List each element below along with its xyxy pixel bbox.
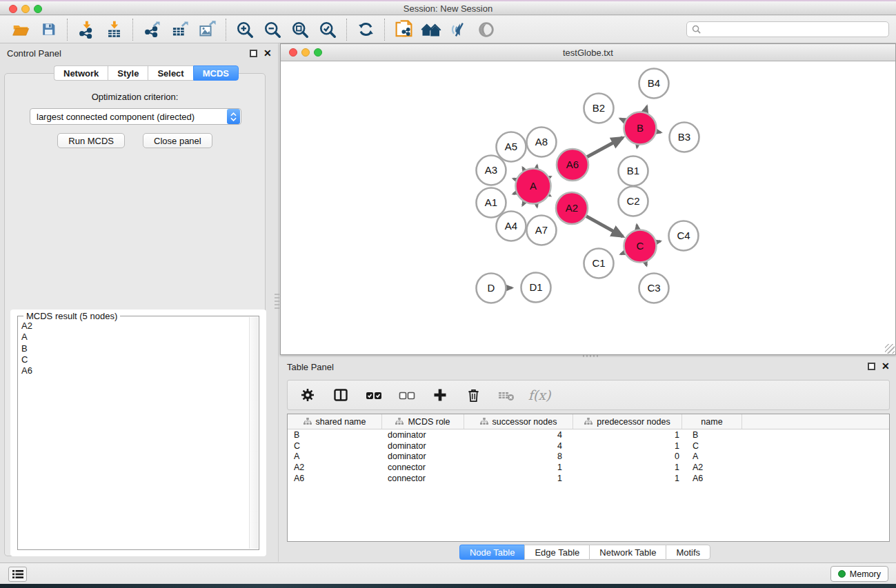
create-column-button[interactable] — [431, 386, 449, 404]
task-history-button[interactable] — [8, 567, 27, 582]
unselect-all-columns-button[interactable] — [398, 386, 416, 404]
search-input[interactable] — [701, 25, 888, 34]
graph-edge-A-A7[interactable] — [537, 204, 537, 207]
open-file-button[interactable] — [7, 17, 34, 42]
graph-edge-C-C3[interactable] — [646, 262, 647, 265]
table-cell[interactable]: 1 — [573, 463, 682, 472]
table-cell[interactable]: C — [288, 441, 382, 451]
table-cell[interactable]: 1 — [464, 463, 573, 472]
table-cell[interactable]: C — [682, 441, 742, 451]
table-cell[interactable]: 1 — [573, 441, 682, 451]
refresh-button[interactable] — [352, 17, 379, 42]
table-cell[interactable]: 4 — [464, 430, 573, 440]
column-header-shared-name[interactable]: shared name — [288, 414, 382, 429]
export-table-button[interactable] — [166, 17, 193, 42]
tab-select[interactable]: Select — [148, 65, 192, 81]
export-image-button[interactable] — [193, 17, 221, 42]
close-panel-button[interactable]: Close panel — [143, 133, 212, 148]
function-builder-button-disabled[interactable]: f(x) — [530, 386, 548, 404]
table-row[interactable]: Bdominator41B — [288, 429, 889, 440]
table-row[interactable]: Cdominator41C — [288, 440, 889, 452]
import-table-button[interactable] — [100, 17, 128, 42]
graph-edge-C-C4[interactable] — [657, 241, 661, 242]
column-header-name[interactable]: name — [682, 414, 742, 429]
show-column-panel-button[interactable] — [332, 386, 350, 404]
graph-edge-A-A1[interactable] — [513, 193, 516, 194]
table-cell[interactable]: 8 — [464, 452, 573, 461]
table-cell[interactable]: 1 — [573, 474, 682, 483]
table-cell[interactable]: dominator — [382, 441, 464, 451]
tab-mcds[interactable]: MCDS — [193, 65, 239, 81]
criterion-dropdown[interactable]: largest connected component (directed) — [30, 108, 241, 125]
tab-node-table[interactable]: Node Table — [459, 545, 525, 560]
table-cell[interactable]: A2 — [288, 463, 382, 472]
table-cell[interactable]: B — [682, 430, 742, 440]
list-item[interactable]: C — [19, 354, 248, 365]
graph-edge-C-C1[interactable] — [621, 252, 625, 254]
save-session-button[interactable] — [34, 17, 62, 42]
vertical-splitter-grip[interactable] — [275, 294, 279, 309]
graph-edge-A2-C[interactable] — [586, 216, 623, 237]
table-cell[interactable]: dominator — [382, 430, 464, 440]
network-canvas[interactable]: B4B2BB3A5A8A6A3B1AA1C2A2A4A7C4CC1C3DD1 — [281, 61, 895, 354]
column-header-successor-nodes[interactable]: successor nodes — [464, 414, 573, 429]
zoom-in-button[interactable] — [231, 17, 259, 42]
export-network-button[interactable] — [138, 17, 166, 42]
table-cell[interactable]: A6 — [682, 474, 742, 483]
graph-edge-A-A6[interactable] — [549, 176, 550, 177]
table-cell[interactable]: 4 — [464, 441, 573, 451]
import-network-button[interactable] — [72, 17, 100, 42]
graph-edge-C-C2[interactable] — [637, 225, 637, 230]
float-table-panel-icon[interactable] — [868, 363, 875, 370]
graph-edge-B-B2[interactable] — [620, 119, 625, 121]
mcds-result-list[interactable]: A2ABCA6 — [19, 321, 248, 548]
graph-edge-A6-B[interactable] — [587, 138, 623, 157]
delete-table-button-disabled[interactable] — [497, 386, 515, 404]
select-all-columns-button[interactable] — [365, 386, 383, 404]
list-item[interactable]: B — [19, 343, 248, 354]
delete-column-button[interactable] — [464, 386, 482, 404]
graph-edge-A-A5[interactable] — [523, 168, 524, 170]
table-cell[interactable]: A — [288, 452, 382, 461]
graph-edge-A-A3[interactable] — [513, 179, 516, 179]
column-header-predecessor-nodes[interactable]: predecessor nodes — [573, 414, 682, 429]
network-graph[interactable]: B4B2BB3A5A8A6A3B1AA1C2A2A4A7C4CC1C3DD1 — [281, 61, 895, 354]
list-item[interactable]: A2 — [19, 321, 248, 332]
memory-button[interactable]: Memory — [830, 566, 888, 582]
tab-motifs[interactable]: Motifs — [666, 545, 710, 560]
list-item[interactable]: A — [19, 332, 248, 343]
graph-edge-B-B4[interactable] — [645, 106, 647, 112]
graph-edge-A-A4[interactable] — [523, 202, 525, 205]
table-cell[interactable]: A6 — [288, 474, 382, 483]
search-field[interactable] — [686, 21, 889, 37]
run-mcds-button[interactable]: Run MCDS — [57, 133, 125, 148]
table-row[interactable]: Adominator80A — [288, 452, 889, 463]
graph-edge-B-B1[interactable] — [637, 145, 637, 148]
close-table-panel-icon[interactable]: ✕ — [882, 363, 890, 370]
window-resize-grip[interactable] — [885, 344, 895, 354]
zoom-selected-button[interactable] — [314, 17, 341, 42]
network-from-file-button[interactable] — [390, 17, 417, 42]
table-row[interactable]: A2connector11A2 — [288, 462, 889, 473]
table-cell[interactable]: 0 — [573, 452, 682, 461]
table-cell[interactable]: B — [288, 430, 382, 440]
list-item[interactable]: A6 — [19, 365, 248, 376]
table-cell[interactable]: 1 — [573, 430, 682, 440]
network-window-titlebar[interactable]: testGlobe.txt — [281, 44, 895, 61]
list-scrollbar[interactable] — [249, 317, 258, 549]
column-header-mcds-role[interactable]: MCDS role — [382, 414, 464, 429]
table-settings-button[interactable] — [299, 386, 317, 404]
show-details-button[interactable] — [472, 17, 500, 42]
tab-network-table[interactable]: Network Table — [589, 545, 666, 560]
zoom-fit-button[interactable] — [286, 17, 314, 42]
home-layout-button[interactable] — [417, 17, 445, 42]
tab-style[interactable]: Style — [108, 65, 148, 81]
table-cell[interactable]: connector — [382, 474, 464, 483]
table-row[interactable]: A6connector11A6 — [288, 473, 889, 484]
tab-edge-table[interactable]: Edge Table — [524, 545, 589, 560]
graph-edge-A-A8[interactable] — [537, 165, 537, 168]
table-cell[interactable]: connector — [382, 463, 464, 472]
graph-edge-B-B3[interactable] — [657, 132, 661, 132]
tab-network[interactable]: Network — [54, 65, 108, 81]
float-panel-icon[interactable] — [250, 50, 257, 57]
